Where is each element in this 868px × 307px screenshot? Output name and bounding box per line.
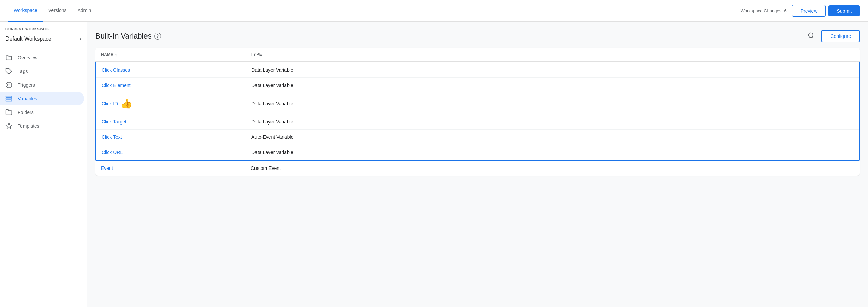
main-layout: CURRENT WORKSPACE Default Workspace › Ov… <box>0 22 868 307</box>
svg-line-8 <box>812 36 814 38</box>
svg-rect-4 <box>6 98 12 99</box>
help-icon[interactable]: ? <box>154 33 161 40</box>
column-name-header: Name ↑ <box>101 52 251 57</box>
variables-icon <box>5 95 12 102</box>
row-type-click-element: Data Layer Variable <box>251 83 854 88</box>
selected-rows-group: Click Classes Data Layer Variable Click … <box>95 62 860 161</box>
sidebar-item-variables[interactable]: Variables <box>0 92 84 105</box>
top-nav: Workspace Versions Admin Workspace Chang… <box>0 0 868 22</box>
row-name-click-target: Click Target <box>102 119 251 125</box>
preview-button[interactable]: Preview <box>792 5 826 17</box>
trigger-icon <box>5 82 12 88</box>
svg-point-7 <box>809 33 813 37</box>
main-content: Built-In Variables ? Configure Name ↑ <box>87 22 868 307</box>
row-type-click-url: Data Layer Variable <box>251 150 854 155</box>
table-row[interactable]: Click ID 👍 Data Layer Variable <box>96 93 859 114</box>
sidebar-item-overview[interactable]: Overview <box>0 51 84 64</box>
sidebar: CURRENT WORKSPACE Default Workspace › Ov… <box>0 22 87 307</box>
sidebar-item-overview-label: Overview <box>18 55 37 60</box>
workspace-chevron: › <box>79 35 81 42</box>
table-row[interactable]: Event Custom Event <box>95 161 860 176</box>
workspace-selector[interactable]: Default Workspace › <box>0 32 87 48</box>
row-type-click-classes: Data Layer Variable <box>251 67 854 73</box>
tab-versions[interactable]: Versions <box>43 0 72 22</box>
tab-workspace[interactable]: Workspace <box>8 0 43 22</box>
current-workspace-label: CURRENT WORKSPACE <box>0 22 87 32</box>
thumbs-up-emoji: 👍 <box>121 98 133 109</box>
tag-icon <box>5 68 12 75</box>
workspace-changes-label: Workspace Changes: 6 <box>741 8 787 13</box>
svg-point-2 <box>8 84 10 86</box>
row-type-event: Custom Event <box>251 165 854 171</box>
folders-icon <box>5 109 12 116</box>
sort-arrow: ↑ <box>115 52 118 57</box>
row-name-click-element: Click Element <box>102 83 251 88</box>
row-name-click-classes: Click Classes <box>102 67 251 73</box>
folder-icon <box>5 54 12 61</box>
sidebar-item-triggers[interactable]: Triggers <box>0 78 84 92</box>
sidebar-item-templates-label: Templates <box>18 123 40 129</box>
row-name-event: Event <box>101 165 251 171</box>
sidebar-item-folders[interactable]: Folders <box>0 105 84 119</box>
row-type-click-id: Data Layer Variable <box>251 101 854 106</box>
row-name-click-text: Click Text <box>102 134 251 140</box>
sidebar-item-tags[interactable]: Tags <box>0 64 84 78</box>
sidebar-item-variables-label: Variables <box>18 96 37 101</box>
sidebar-item-tags-label: Tags <box>18 69 28 74</box>
row-type-click-text: Auto-Event Variable <box>251 134 854 140</box>
configure-button[interactable]: Configure <box>821 30 860 42</box>
table-header: Name ↑ Type <box>95 48 860 62</box>
header-actions: Configure <box>806 30 860 42</box>
table-row[interactable]: Click URL Data Layer Variable <box>96 145 859 160</box>
table-row[interactable]: Click Classes Data Layer Variable <box>96 62 859 78</box>
svg-point-1 <box>6 82 12 88</box>
page-title: Built-In Variables <box>95 32 152 41</box>
svg-rect-5 <box>6 100 12 101</box>
table-row[interactable]: Click Text Auto-Event Variable <box>96 130 859 145</box>
sidebar-item-folders-label: Folders <box>18 109 34 115</box>
svg-marker-6 <box>6 123 12 129</box>
workspace-name: Default Workspace <box>5 36 51 42</box>
svg-rect-3 <box>6 96 12 97</box>
tab-admin[interactable]: Admin <box>72 0 96 22</box>
sidebar-item-templates[interactable]: Templates <box>0 119 84 133</box>
row-name-click-id: Click ID 👍 <box>102 98 251 109</box>
row-name-click-url: Click URL <box>102 150 251 155</box>
table-row[interactable]: Click Target Data Layer Variable <box>96 114 859 130</box>
row-type-click-target: Data Layer Variable <box>251 119 854 125</box>
search-button[interactable] <box>806 31 816 42</box>
content-header: Built-In Variables ? Configure <box>95 30 860 42</box>
submit-button[interactable]: Submit <box>828 5 860 16</box>
variables-table: Name ↑ Type Click Classes Data Layer Var… <box>95 48 860 176</box>
column-type-header: Type <box>251 52 854 57</box>
templates-icon <box>5 122 12 129</box>
table-row[interactable]: Click Element Data Layer Variable <box>96 78 859 93</box>
sidebar-item-triggers-label: Triggers <box>18 82 35 88</box>
